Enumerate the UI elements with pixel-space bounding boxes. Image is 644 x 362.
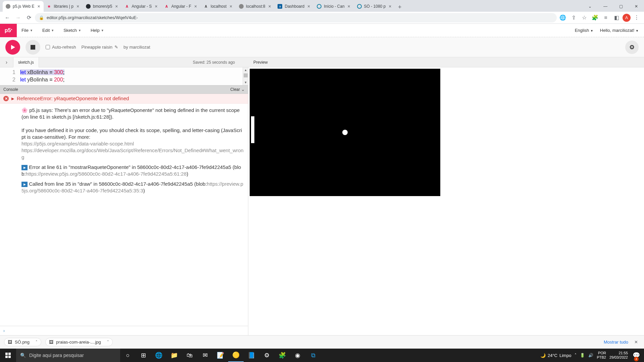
- eclipse-icon[interactable]: ◉: [290, 349, 305, 362]
- console-clear-button[interactable]: Clear ⌄: [230, 87, 245, 92]
- download-item[interactable]: 🖼SÓ.png˄: [4, 338, 41, 346]
- weather-widget[interactable]: 🌙24°C Limpo: [540, 353, 571, 358]
- file-tab-sketch[interactable]: sketch.js: [13, 57, 39, 67]
- reading-list-icon[interactable]: ≡: [601, 13, 610, 22]
- close-icon[interactable]: ×: [76, 4, 80, 9]
- browser-tab[interactable]: AAngular - F×: [161, 1, 200, 12]
- p5-logo[interactable]: p5*: [0, 24, 17, 37]
- code-content[interactable]: let xBolinha = 300; let yBolinha = 200;: [20, 67, 248, 85]
- play-button[interactable]: [5, 40, 20, 55]
- taskbar-search[interactable]: 🔍Digite aqui para pesquisar: [16, 349, 120, 362]
- extensions-icon[interactable]: 🧩: [590, 13, 600, 22]
- vscode-icon[interactable]: ⧉: [305, 349, 321, 362]
- scrollbar-vertical[interactable]: ▲▼: [243, 67, 248, 85]
- profile-avatar[interactable]: A: [623, 14, 631, 22]
- address-bar[interactable]: 🔒 editor.p5js.org/marciliozat/sketches/W…: [35, 13, 557, 22]
- chevron-up-icon[interactable]: ˄: [107, 340, 109, 344]
- close-icon[interactable]: ×: [193, 4, 198, 9]
- stack-marker-icon[interactable]: [21, 182, 28, 187]
- chrome-menu-icon[interactable]: ⋮: [632, 13, 641, 22]
- browser-tab[interactable]: Alocalhost×: [201, 1, 236, 12]
- task-view-icon[interactable]: ○: [120, 349, 136, 362]
- language-indicator[interactable]: PORPTB2: [597, 351, 606, 360]
- browser-tab[interactable]: bmoren/p5×: [83, 1, 121, 12]
- preview-pane: [248, 67, 644, 335]
- sketch-name[interactable]: Pineapple raisin ✎: [82, 45, 118, 50]
- close-icon[interactable]: ×: [36, 4, 41, 9]
- explorer-icon[interactable]: 📁: [166, 349, 182, 362]
- minimize-button[interactable]: —: [598, 1, 613, 12]
- error-message: ReferenceError: yRaqueteOponente is not …: [17, 95, 129, 102]
- battery-icon[interactable]: 🔋: [580, 353, 585, 358]
- stop-button[interactable]: [26, 40, 40, 55]
- close-icon[interactable]: ×: [229, 4, 233, 9]
- tray-chevron-icon[interactable]: ˄: [575, 353, 577, 358]
- taskbar-app-icon[interactable]: 🧩: [275, 349, 290, 362]
- flower-icon: 🌸: [21, 107, 28, 113]
- language-selector[interactable]: English ▼: [575, 28, 593, 33]
- console-link[interactable]: https://p5js.org/examples/data-variable-…: [21, 141, 134, 146]
- browser-tab[interactable]: p5.js Web E×: [3, 1, 44, 12]
- chevron-up-icon[interactable]: ˄: [36, 340, 38, 344]
- start-button[interactable]: [0, 349, 16, 362]
- browser-tab[interactable]: Início - Can×: [314, 1, 354, 12]
- settings-icon[interactable]: ⚙: [259, 349, 275, 362]
- close-downloads-bar[interactable]: ✕: [632, 340, 640, 345]
- forward-button[interactable]: →: [13, 13, 23, 22]
- sketch-canvas[interactable]: [250, 69, 440, 196]
- stack-marker-icon[interactable]: [21, 165, 28, 170]
- user-greeting[interactable]: Hello, marciliozat! ▼: [600, 28, 639, 33]
- show-all-downloads[interactable]: Mostrar tudo: [604, 340, 628, 345]
- share-icon[interactable]: ⇪: [569, 13, 578, 22]
- auto-refresh-checkbox[interactable]: [46, 45, 50, 49]
- word-icon[interactable]: 📘: [244, 349, 259, 362]
- mail-icon[interactable]: ✉: [197, 349, 213, 362]
- console-link[interactable]: https://developer.mozilla.org/docs/Web/J…: [21, 147, 244, 160]
- close-icon[interactable]: ×: [306, 4, 311, 9]
- close-window-button[interactable]: ✕: [629, 1, 644, 12]
- new-tab-button[interactable]: +: [395, 2, 404, 12]
- menu-sketch[interactable]: Sketch▼: [59, 24, 86, 37]
- taskbar-app-icon[interactable]: ⊞: [136, 349, 151, 362]
- menu-file[interactable]: File▼: [17, 24, 38, 37]
- translate-icon[interactable]: 🌐: [558, 13, 567, 22]
- console-link[interactable]: https://preview.p5js.org/58600c0c-80d2-4…: [26, 171, 187, 177]
- store-icon[interactable]: 🛍: [182, 349, 197, 362]
- notepad-icon[interactable]: 📝: [213, 349, 228, 362]
- chrome-icon[interactable]: 🟡: [228, 349, 244, 362]
- console-input[interactable]: ›: [0, 326, 248, 335]
- close-icon[interactable]: ×: [114, 4, 119, 9]
- menu-help[interactable]: Help▼: [86, 24, 109, 37]
- edge-icon[interactable]: 🌐: [151, 349, 166, 362]
- auto-refresh-toggle[interactable]: Auto-refresh: [46, 45, 76, 50]
- pencil-icon[interactable]: ✎: [114, 45, 118, 50]
- browser-tab[interactable]: AAngular - S×: [121, 1, 161, 12]
- expand-arrow-icon[interactable]: ▶: [11, 95, 14, 102]
- side-panel-icon[interactable]: ◧: [612, 13, 621, 22]
- reload-button[interactable]: ⟳: [24, 13, 34, 22]
- settings-button[interactable]: ⚙: [625, 41, 639, 54]
- close-icon[interactable]: ×: [267, 4, 272, 9]
- code-editor[interactable]: 12 let xBolinha = 300; let yBolinha = 20…: [0, 67, 248, 85]
- browser-tab[interactable]: localhost:8×: [236, 1, 275, 12]
- volume-icon[interactable]: 🔊: [588, 353, 593, 358]
- browser-tab[interactable]: SÓ - 1080 p×: [354, 1, 395, 12]
- console-message: Error at line 61 in "mostrarRaqueteOpone…: [0, 164, 248, 181]
- notifications-icon[interactable]: 💬4: [631, 349, 641, 362]
- notification-badge: 4: [634, 357, 639, 361]
- maximize-button[interactable]: ▢: [613, 1, 629, 12]
- tab-search-icon[interactable]: ⌄: [582, 1, 598, 12]
- browser-tab[interactable]: aDashboard×: [275, 1, 314, 12]
- bookmark-icon[interactable]: ☆: [580, 13, 589, 22]
- sidebar-toggle[interactable]: ›: [0, 57, 13, 67]
- svg-rect-4: [8, 356, 11, 358]
- close-icon[interactable]: ×: [347, 4, 351, 9]
- close-icon[interactable]: ×: [388, 4, 392, 9]
- back-button[interactable]: ←: [3, 13, 12, 22]
- download-item[interactable]: 🖼praias-com-areia-....jpg˄: [45, 338, 113, 346]
- console-body[interactable]: ✕ ▶ ReferenceError: yRaqueteOponente is …: [0, 94, 248, 326]
- close-icon[interactable]: ×: [154, 4, 158, 9]
- browser-tab[interactable]: ✱libraries | p×: [44, 1, 83, 12]
- menu-edit[interactable]: Edit▼: [38, 24, 59, 37]
- clock[interactable]: 21:5529/03/2022: [609, 351, 628, 360]
